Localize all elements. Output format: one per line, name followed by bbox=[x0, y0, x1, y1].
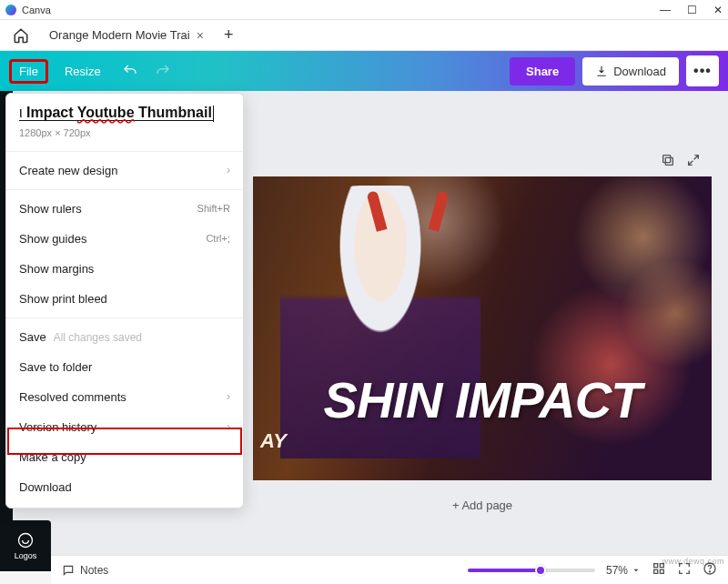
share-button[interactable]: Share bbox=[510, 57, 575, 86]
notes-icon bbox=[62, 564, 75, 577]
expand-page-button[interactable] bbox=[686, 153, 701, 171]
menu-save[interactable]: SaveAll changes saved bbox=[6, 322, 243, 352]
tab-bar: Orange Modern Movie Traile × + bbox=[0, 20, 728, 51]
bottom-bar: Notes 57% bbox=[51, 555, 728, 584]
svg-rect-0 bbox=[665, 157, 672, 165]
app-name: Canva bbox=[22, 5, 51, 15]
window-titlebar: Canva — ☐ ✕ bbox=[0, 0, 728, 20]
menu-show-rulers[interactable]: Show rulersShift+R bbox=[6, 194, 243, 224]
resize-button[interactable]: Resize bbox=[56, 59, 110, 84]
zoom-percent[interactable]: 57% bbox=[606, 564, 641, 577]
canvas-sub-text: AY bbox=[260, 429, 287, 453]
redo-button[interactable] bbox=[150, 58, 176, 84]
tab-design[interactable]: Orange Modern Movie Traile × bbox=[40, 22, 213, 49]
canvas-headline-text: SHIN IMPACT bbox=[253, 370, 712, 429]
undo-button[interactable] bbox=[117, 58, 143, 84]
menu-download[interactable]: Download bbox=[6, 472, 243, 502]
chevron-right-icon: › bbox=[227, 390, 230, 403]
chevron-down-icon bbox=[632, 566, 641, 575]
menu-make-a-copy[interactable]: Make a copy bbox=[6, 442, 243, 472]
chevron-right-icon: › bbox=[227, 420, 230, 433]
tab-add-button[interactable]: + bbox=[224, 25, 234, 45]
window-maximize-button[interactable]: ☐ bbox=[687, 4, 697, 16]
sidebar-item-logos[interactable]: Logos bbox=[0, 520, 51, 571]
design-dimensions: 1280px × 720px bbox=[6, 124, 243, 147]
menu-create-new-design[interactable]: Create new design› bbox=[6, 156, 243, 186]
svg-point-8 bbox=[709, 571, 710, 572]
notes-button[interactable]: Notes bbox=[62, 564, 108, 577]
menu-resolved-comments[interactable]: Resolved comments› bbox=[6, 382, 243, 412]
download-icon bbox=[595, 65, 608, 77]
svg-rect-6 bbox=[660, 569, 663, 573]
chevron-right-icon: › bbox=[227, 164, 230, 176]
tab-label: Orange Modern Movie Traile bbox=[49, 28, 189, 42]
menu-save-to-folder[interactable]: Save to folder bbox=[6, 352, 243, 382]
main-toolbar: File Resize Share Download ••• bbox=[0, 51, 728, 91]
svg-point-2 bbox=[19, 534, 33, 548]
tab-close-icon[interactable]: × bbox=[197, 28, 204, 43]
menu-show-print-bleed[interactable]: Show print bleed bbox=[6, 284, 243, 314]
add-page-button[interactable]: + Add page bbox=[253, 498, 712, 512]
menu-version-history[interactable]: Version history› bbox=[6, 412, 243, 442]
more-menu-button[interactable]: ••• bbox=[686, 55, 719, 86]
duplicate-page-button[interactable] bbox=[661, 153, 675, 171]
svg-rect-5 bbox=[654, 569, 658, 573]
zoom-slider[interactable] bbox=[468, 569, 595, 572]
download-button[interactable]: Download bbox=[582, 57, 679, 86]
window-close-button[interactable]: ✕ bbox=[713, 4, 723, 16]
canva-logo-icon bbox=[5, 5, 16, 15]
window-minimize-button[interactable]: — bbox=[660, 4, 671, 16]
menu-show-guides[interactable]: Show guidesCtrl+; bbox=[6, 224, 243, 254]
file-dropdown-menu: ι Impact Youtube Thumbnail 1280px × 720p… bbox=[5, 93, 244, 508]
canvas-area: SHIN IMPACT AY + Add page bbox=[253, 102, 712, 509]
workspace: ι Impact Youtube Thumbnail 1280px × 720p… bbox=[0, 91, 728, 555]
svg-rect-1 bbox=[663, 156, 671, 163]
logos-icon bbox=[16, 531, 35, 549]
home-button[interactable] bbox=[9, 24, 33, 47]
file-menu-button[interactable]: File bbox=[9, 59, 48, 84]
design-canvas[interactable]: SHIN IMPACT AY bbox=[253, 176, 712, 480]
svg-rect-3 bbox=[654, 564, 658, 568]
download-label: Download bbox=[613, 65, 666, 78]
design-title-input[interactable]: ι Impact Youtube Thumbnail bbox=[19, 105, 214, 121]
watermark: www.dewq.com bbox=[662, 557, 724, 566]
menu-show-margins[interactable]: Show margins bbox=[6, 254, 243, 284]
